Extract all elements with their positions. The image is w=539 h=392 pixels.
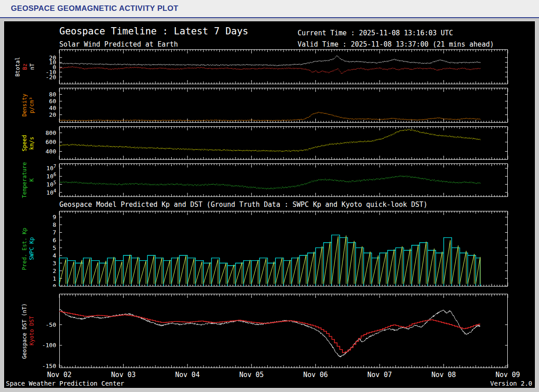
current-time-label: Current Time : 2025-11-08 13:16:03 UTC — [298, 29, 453, 37]
speed-axis-labels: Speed km/s — [19, 126, 38, 160]
dst-axis-labels: Geospace DST (nT) Kyoto DST — [19, 294, 38, 368]
axis-label-density-unit: p/cm³ — [29, 97, 35, 113]
y-tick-label: 8 — [53, 221, 56, 228]
axis-label-geospace-dst: Geospace DST (nT) — [22, 303, 28, 359]
series-Temperature — [59, 176, 481, 189]
temperature-axis-labels: Temperature K — [19, 163, 38, 197]
panel-border — [60, 127, 508, 160]
series-Pred. Est. Kp — [59, 235, 480, 284]
page: GEOSPACE GEOMAGNETIC ACTIVITY PLOT Geosp… — [0, 0, 539, 388]
y-tick-label: 400 — [46, 148, 56, 155]
panel-speed: 800600400 — [4, 126, 536, 160]
y-tick-label: 0 — [53, 283, 56, 287]
panel-density: 80604020 — [4, 88, 536, 123]
page-header: GEOSPACE GEOMAGNETIC ACTIVITY PLOT — [0, 0, 539, 18]
y-tick-label: 9 — [53, 214, 56, 220]
y-tick-label: 3 — [53, 260, 56, 267]
panel-border — [60, 164, 508, 197]
y-tick-label: 60 — [49, 98, 56, 105]
solar-wind-subtitle: Solar Wind Predicted at Earth — [59, 40, 178, 48]
page-title: GEOSPACE GEOMAGNETIC ACTIVITY PLOT — [11, 4, 178, 13]
series-Geospace DST — [59, 309, 480, 357]
series-Speed — [59, 129, 481, 151]
series-Bz — [59, 67, 481, 73]
x-axis-label: Nov 09 — [496, 371, 520, 379]
y-tick-label: 6 — [53, 237, 56, 244]
axis-ticks — [59, 88, 508, 122]
series-Kyoto DST — [59, 311, 480, 353]
y-tick-label: 1 — [53, 275, 56, 282]
kp-axis-labels: Pred. Est. Kp SWPC Kp — [19, 211, 38, 287]
axis-label-pred-kp: Pred. Est. Kp — [22, 228, 28, 270]
y-tick-label: -100 — [42, 342, 56, 349]
series-Btotal — [59, 56, 481, 66]
x-axis-label: Nov 02 — [47, 371, 72, 379]
axis-label-density: Density — [22, 94, 28, 117]
y-tick-label: 800 — [46, 129, 56, 136]
y-tick-label: 7 — [53, 229, 56, 236]
axis-ticks — [59, 127, 508, 159]
axis-label-kyoto-dst: Kyoto DST — [29, 316, 35, 345]
valid-time-label: Valid Time : 2025-11-08 13:37:00 (21 min… — [298, 40, 494, 48]
y-tick-label: -20 — [46, 74, 56, 81]
x-axis-label: Nov 04 — [175, 371, 200, 379]
kp-section-title: Geospace Model Predicted Kp and DST (Gro… — [59, 201, 428, 209]
footer-version: Version 2.0 — [490, 380, 532, 387]
axis-label-bz: Bz — [22, 63, 29, 70]
x-axis-label: Nov 06 — [303, 371, 328, 379]
panel-border — [60, 50, 508, 84]
panel-border — [60, 88, 508, 123]
axis-label-kelvin: K — [29, 178, 35, 182]
series-Density — [59, 112, 481, 121]
panel-kp: 9876543210 — [4, 211, 536, 287]
y-tick-label: 600 — [46, 139, 56, 145]
axis-ticks — [59, 164, 508, 196]
y-tick-label: 80 — [49, 91, 56, 98]
axis-label-btotal: Btotal — [15, 57, 21, 76]
panel-temperature: 107106105104 — [4, 163, 536, 197]
y-tick-label: -150 — [42, 363, 56, 368]
axis-label-nt: nT — [29, 63, 36, 70]
panel-bfield: 20100-10-20 — [4, 49, 536, 84]
axis-ticks — [59, 294, 508, 368]
y-tick-label: 4 — [53, 252, 56, 259]
x-axis-label: Nov 07 — [367, 371, 392, 379]
axis-label-swpc-kp: SWPC Kp — [29, 237, 35, 260]
x-axis-labels: Nov 02Nov 03Nov 04Nov 05Nov 06Nov 07Nov … — [4, 371, 535, 380]
plot-title: Geospace Timeline : Latest 7 Days — [59, 26, 248, 37]
bfield-axis-labels: Btotal Bz nT — [13, 49, 38, 84]
series-SWPC Kp — [59, 235, 480, 286]
density-axis-labels: Density p/cm³ — [19, 88, 38, 123]
y-tick-label: 40 — [49, 105, 56, 111]
axis-ticks — [59, 50, 508, 84]
y-tick-label: 20 — [49, 111, 56, 118]
y-tick-label: 104 — [46, 188, 56, 196]
x-axis-label: Nov 05 — [239, 371, 264, 379]
axis-label-speed-unit: km/s — [29, 137, 35, 150]
y-tick-label: 107 — [46, 164, 56, 172]
y-tick-label: 2 — [53, 268, 56, 274]
y-tick-label: -50 — [46, 321, 56, 328]
geospace-activity-plot: Geospace Timeline : Latest 7 Days Curren… — [4, 21, 535, 388]
x-axis-label: Nov 08 — [431, 371, 456, 379]
y-tick-label: 105 — [46, 180, 56, 188]
x-axis-label: Nov 03 — [111, 371, 135, 379]
axis-label-temperature: Temperature — [22, 162, 28, 198]
y-tick-label: 106 — [46, 172, 56, 180]
footer-credit: Space Weather Prediction Center — [6, 380, 124, 387]
axis-label-speed: Speed — [22, 135, 28, 151]
y-tick-label: 5 — [53, 244, 56, 251]
panel-dst: -50-100-150 — [4, 294, 536, 368]
panel-border — [60, 294, 508, 368]
